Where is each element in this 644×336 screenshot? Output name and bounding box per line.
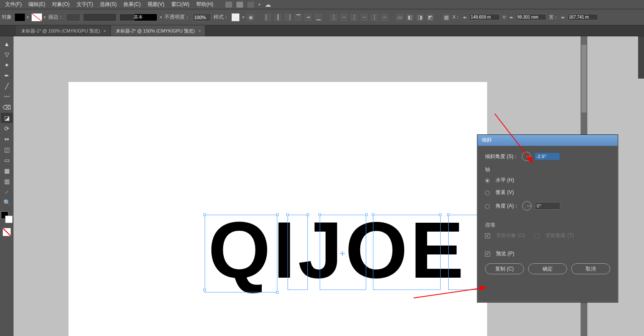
align-bottom-icon[interactable]: ▁	[315, 14, 322, 21]
pf-overlap-icon[interactable]: ◧	[406, 14, 414, 21]
menu-object[interactable]: 对象(O)	[49, 0, 73, 9]
zoom-tool-icon[interactable]: 🔍	[1, 197, 13, 208]
axis-vertical-radio[interactable]: 垂直 (V)	[485, 189, 610, 196]
opacity-input[interactable]	[192, 13, 211, 22]
brush-preset[interactable]: 基本	[119, 14, 157, 21]
line-tool-icon[interactable]: ╱	[1, 81, 13, 91]
y-chev-icon[interactable]: ◂▸	[509, 15, 513, 19]
shear-angle-input[interactable]	[534, 153, 560, 160]
anchor-point[interactable]	[318, 213, 321, 216]
mesh-tool-icon[interactable]: ▦	[1, 166, 13, 176]
brush-tool-icon[interactable]: 〰	[1, 92, 13, 102]
shape-builder-tool-icon[interactable]: ◪	[1, 113, 13, 123]
dist-v-icon[interactable]: ╌	[340, 14, 348, 21]
opacity-label: 不透明度：	[164, 14, 190, 21]
dist-h2-icon[interactable]: ╎	[350, 14, 358, 21]
stock-icon[interactable]	[225, 2, 232, 8]
ok-button[interactable]: 确定	[528, 263, 567, 274]
no-fill-icon[interactable]	[3, 228, 11, 236]
copy-button[interactable]: 复制 (C)	[485, 263, 524, 274]
graph-tool-icon[interactable]: ▥	[1, 176, 13, 186]
dist-h3-icon[interactable]: ╎	[370, 14, 378, 21]
st-icon[interactable]	[236, 2, 243, 8]
w-input[interactable]	[567, 14, 598, 20]
menu-text[interactable]: 文字(T)	[73, 0, 96, 9]
align-top-icon[interactable]: ▔	[294, 14, 302, 21]
style-dropdown-icon[interactable]: ▾	[242, 15, 244, 19]
eyedropper-tool-icon[interactable]: ⟋	[1, 187, 13, 197]
style-label: 样式：	[214, 14, 229, 21]
magic-wand-tool-icon[interactable]: ✦	[1, 60, 13, 70]
anchor-point[interactable]	[307, 213, 309, 216]
anchor-point[interactable]	[365, 213, 368, 216]
tab-doc-1[interactable]: 未标题-1* @ 100% (CMYK/GPU 预览) ×	[16, 25, 111, 36]
anchor-point[interactable]	[203, 289, 206, 291]
shear-angle-label: 倾斜角度 (S)：	[485, 153, 518, 160]
recolor-icon[interactable]: ◉	[247, 14, 255, 21]
axis-horizontal-radio[interactable]: 水平 (H)	[485, 177, 610, 184]
eraser-tool-icon[interactable]: ⌫	[1, 102, 13, 112]
x-chev-icon[interactable]: ◂▸	[463, 15, 467, 19]
pf-crop-icon[interactable]: ◩	[426, 14, 434, 21]
axis-angle-radio[interactable]: 角度 (A)：	[485, 201, 610, 210]
arrange-dropdown-icon[interactable]: ▾	[258, 2, 260, 7]
dist-h-icon[interactable]: ╎	[330, 14, 337, 21]
anchor-point[interactable]	[447, 213, 449, 216]
close-icon[interactable]: ×	[198, 28, 201, 33]
menu-view[interactable]: 视图(V)	[144, 0, 168, 9]
transform-ref-icon[interactable]: ▦	[442, 14, 450, 21]
preview-checkbox[interactable]: ✓预览 (P)	[485, 250, 610, 257]
brush-dropdown-icon[interactable]: ▾	[160, 15, 162, 19]
align-right-icon[interactable]: ▕	[284, 14, 292, 21]
rotate-tool-icon[interactable]: ⟳	[1, 123, 13, 134]
dist-v2-icon[interactable]: ╌	[360, 14, 368, 21]
axis-title: 轴	[485, 166, 610, 173]
pf-front-icon[interactable]: ◨	[416, 14, 424, 21]
stroke-dropdown-icon[interactable]: ▾	[44, 15, 46, 19]
free-transform-tool-icon[interactable]: ◫	[1, 145, 13, 155]
menu-window[interactable]: 窗口(W)	[168, 0, 193, 9]
checkbox-label: 变换图案 (T)	[545, 232, 574, 239]
angle-dial-icon[interactable]	[522, 201, 532, 210]
anchor-point[interactable]	[372, 213, 374, 216]
anchor-point[interactable]	[286, 213, 289, 216]
anchor-point[interactable]	[439, 213, 441, 216]
vw-profile-input[interactable]	[83, 13, 117, 22]
cloud-icon[interactable]: ☁	[265, 1, 271, 8]
width-tool-icon[interactable]: ⇔	[1, 134, 13, 144]
dist-v3-icon[interactable]: ╌	[381, 14, 388, 21]
cancel-button[interactable]: 取消	[571, 263, 610, 274]
arrange-icon[interactable]	[247, 2, 254, 8]
menu-effect[interactable]: 效果(C)	[120, 0, 144, 9]
align-hcenter-icon[interactable]: ┃	[274, 14, 282, 21]
fill-stroke-swatch[interactable]	[1, 211, 13, 223]
fill-dropdown-icon[interactable]: ▾	[27, 15, 29, 19]
anchor-point[interactable]	[203, 213, 206, 216]
close-icon[interactable]: ×	[104, 28, 106, 33]
scrollbar-thumb[interactable]	[581, 45, 586, 112]
style-swatch[interactable]	[231, 13, 240, 22]
angle-dial-icon[interactable]	[522, 152, 531, 161]
align-vcenter-icon[interactable]: ━	[304, 14, 312, 21]
menu-edit[interactable]: 编辑(E)	[25, 0, 49, 9]
pf-ungroup-icon[interactable]: ▭	[396, 14, 403, 21]
axis-angle-input[interactable]	[535, 202, 560, 210]
align-left-icon[interactable]: ▏	[264, 14, 271, 21]
direct-selection-tool-icon[interactable]: ▽	[1, 49, 13, 60]
menu-file[interactable]: 文件(F)	[2, 0, 25, 9]
w-chev-icon[interactable]: ◂▸	[561, 15, 565, 19]
x-input[interactable]	[469, 14, 500, 20]
pen-tool-icon[interactable]: ✒	[1, 71, 13, 81]
menu-select[interactable]: 选择(S)	[96, 0, 120, 9]
anchor-point[interactable]	[276, 291, 279, 294]
tab-doc-2[interactable]: 未标题-2* @ 150% (CMYK/GPU 预览) ×	[111, 25, 206, 36]
anchor-point[interactable]	[276, 213, 279, 216]
menu-help[interactable]: 帮助(H)	[193, 0, 217, 9]
y-input[interactable]	[516, 14, 546, 20]
stroke-swatch[interactable]	[31, 13, 42, 22]
panel-toggle[interactable]	[638, 36, 644, 79]
stroke-weight-input[interactable]	[66, 13, 80, 22]
selection-tool-icon[interactable]: ▲	[1, 39, 13, 49]
fill-swatch[interactable]	[14, 13, 25, 22]
rectangle-tool-icon[interactable]: ▭	[1, 155, 13, 165]
